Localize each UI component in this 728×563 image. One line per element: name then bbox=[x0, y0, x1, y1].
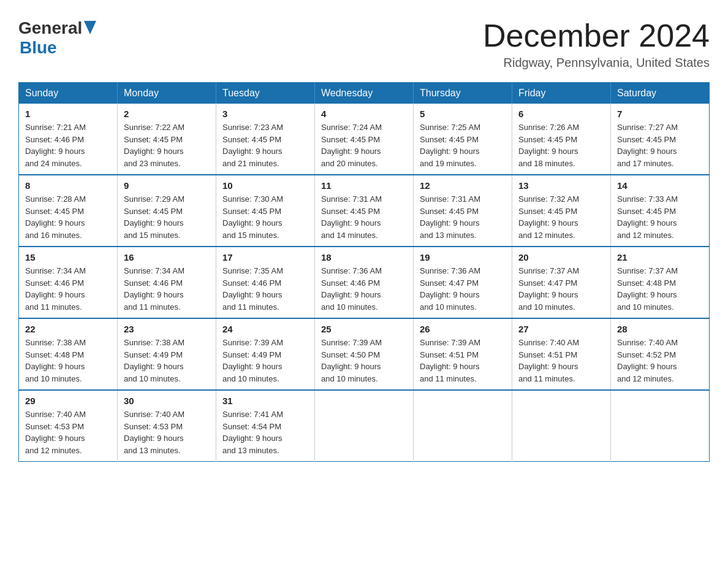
day-cell-13: 13Sunrise: 7:32 AMSunset: 4:45 PMDayligh… bbox=[512, 175, 611, 247]
day-cell-4: 4Sunrise: 7:24 AMSunset: 4:45 PMDaylight… bbox=[315, 104, 414, 175]
day-info: Sunrise: 7:23 AMSunset: 4:45 PMDaylight:… bbox=[222, 121, 308, 169]
weekday-header-wednesday: Wednesday bbox=[315, 83, 414, 104]
day-number: 2 bbox=[124, 109, 210, 119]
day-cell-7: 7Sunrise: 7:27 AMSunset: 4:45 PMDaylight… bbox=[611, 104, 710, 175]
weekday-header-sunday: Sunday bbox=[19, 83, 118, 104]
day-cell-21: 21Sunrise: 7:37 AMSunset: 4:48 PMDayligh… bbox=[611, 247, 710, 318]
page-header: General Blue December 2024 Ridgway, Penn… bbox=[18, 18, 710, 70]
week-row-5: 29Sunrise: 7:40 AMSunset: 4:53 PMDayligh… bbox=[19, 390, 710, 462]
day-info: Sunrise: 7:40 AMSunset: 4:53 PMDaylight:… bbox=[25, 408, 111, 456]
day-number: 19 bbox=[420, 252, 506, 262]
empty-cell bbox=[315, 390, 414, 462]
day-number: 7 bbox=[617, 109, 703, 119]
day-cell-10: 10Sunrise: 7:30 AMSunset: 4:45 PMDayligh… bbox=[216, 175, 315, 247]
logo-general-text: General bbox=[18, 18, 82, 38]
day-number: 10 bbox=[222, 180, 308, 191]
day-info: Sunrise: 7:21 AMSunset: 4:46 PMDaylight:… bbox=[25, 121, 111, 169]
day-number: 9 bbox=[124, 180, 210, 191]
day-number: 12 bbox=[420, 180, 506, 191]
day-info: Sunrise: 7:41 AMSunset: 4:54 PMDaylight:… bbox=[222, 408, 308, 456]
day-info: Sunrise: 7:27 AMSunset: 4:45 PMDaylight:… bbox=[617, 121, 703, 169]
weekday-header-thursday: Thursday bbox=[414, 83, 512, 104]
day-info: Sunrise: 7:36 AMSunset: 4:46 PMDaylight:… bbox=[321, 265, 407, 313]
day-cell-24: 24Sunrise: 7:39 AMSunset: 4:49 PMDayligh… bbox=[216, 318, 315, 390]
day-info: Sunrise: 7:36 AMSunset: 4:47 PMDaylight:… bbox=[420, 265, 506, 313]
day-info: Sunrise: 7:25 AMSunset: 4:45 PMDaylight:… bbox=[420, 121, 506, 169]
day-number: 20 bbox=[518, 252, 604, 262]
day-info: Sunrise: 7:33 AMSunset: 4:45 PMDaylight:… bbox=[617, 193, 703, 241]
day-number: 8 bbox=[25, 180, 111, 191]
day-number: 27 bbox=[518, 324, 604, 334]
svg-marker-0 bbox=[84, 21, 96, 34]
day-cell-22: 22Sunrise: 7:38 AMSunset: 4:48 PMDayligh… bbox=[19, 318, 118, 390]
day-cell-17: 17Sunrise: 7:35 AMSunset: 4:46 PMDayligh… bbox=[216, 247, 315, 318]
day-cell-5: 5Sunrise: 7:25 AMSunset: 4:45 PMDaylight… bbox=[414, 104, 512, 175]
day-info: Sunrise: 7:37 AMSunset: 4:47 PMDaylight:… bbox=[518, 265, 604, 313]
empty-cell bbox=[512, 390, 611, 462]
day-number: 24 bbox=[222, 324, 308, 334]
day-info: Sunrise: 7:32 AMSunset: 4:45 PMDaylight:… bbox=[518, 193, 604, 241]
location-subtitle: Ridgway, Pennsylvania, United States bbox=[483, 56, 710, 70]
weekday-header-monday: Monday bbox=[118, 83, 216, 104]
day-number: 16 bbox=[124, 252, 210, 262]
day-info: Sunrise: 7:31 AMSunset: 4:45 PMDaylight:… bbox=[321, 193, 407, 241]
day-number: 22 bbox=[25, 324, 111, 334]
weekday-header-row: SundayMondayTuesdayWednesdayThursdayFrid… bbox=[19, 83, 710, 104]
day-info: Sunrise: 7:30 AMSunset: 4:45 PMDaylight:… bbox=[222, 193, 308, 241]
logo-arrow-icon bbox=[84, 21, 96, 37]
empty-cell bbox=[414, 390, 512, 462]
day-number: 23 bbox=[124, 324, 210, 334]
day-cell-30: 30Sunrise: 7:40 AMSunset: 4:53 PMDayligh… bbox=[118, 390, 216, 462]
day-info: Sunrise: 7:40 AMSunset: 4:53 PMDaylight:… bbox=[124, 408, 210, 456]
day-info: Sunrise: 7:38 AMSunset: 4:48 PMDaylight:… bbox=[25, 337, 111, 385]
day-number: 3 bbox=[222, 109, 308, 119]
day-number: 21 bbox=[617, 252, 703, 262]
weekday-header-friday: Friday bbox=[512, 83, 611, 104]
week-row-4: 22Sunrise: 7:38 AMSunset: 4:48 PMDayligh… bbox=[19, 318, 710, 390]
day-number: 15 bbox=[25, 252, 111, 262]
day-number: 1 bbox=[25, 109, 111, 119]
day-number: 18 bbox=[321, 252, 407, 262]
weekday-header-tuesday: Tuesday bbox=[216, 83, 315, 104]
day-cell-9: 9Sunrise: 7:29 AMSunset: 4:45 PMDaylight… bbox=[118, 175, 216, 247]
day-cell-27: 27Sunrise: 7:40 AMSunset: 4:51 PMDayligh… bbox=[512, 318, 611, 390]
day-info: Sunrise: 7:39 AMSunset: 4:50 PMDaylight:… bbox=[321, 337, 407, 385]
day-cell-12: 12Sunrise: 7:31 AMSunset: 4:45 PMDayligh… bbox=[414, 175, 512, 247]
day-cell-11: 11Sunrise: 7:31 AMSunset: 4:45 PMDayligh… bbox=[315, 175, 414, 247]
week-row-2: 8Sunrise: 7:28 AMSunset: 4:45 PMDaylight… bbox=[19, 175, 710, 247]
day-info: Sunrise: 7:39 AMSunset: 4:51 PMDaylight:… bbox=[420, 337, 506, 385]
day-cell-25: 25Sunrise: 7:39 AMSunset: 4:50 PMDayligh… bbox=[315, 318, 414, 390]
day-cell-1: 1Sunrise: 7:21 AMSunset: 4:46 PMDaylight… bbox=[19, 104, 118, 175]
week-row-3: 15Sunrise: 7:34 AMSunset: 4:46 PMDayligh… bbox=[19, 247, 710, 318]
weekday-header-saturday: Saturday bbox=[611, 83, 710, 104]
day-number: 31 bbox=[222, 396, 308, 406]
day-info: Sunrise: 7:37 AMSunset: 4:48 PMDaylight:… bbox=[617, 265, 703, 313]
day-cell-19: 19Sunrise: 7:36 AMSunset: 4:47 PMDayligh… bbox=[414, 247, 512, 318]
day-number: 6 bbox=[518, 109, 604, 119]
logo-blue-text: Blue bbox=[20, 38, 57, 58]
day-cell-2: 2Sunrise: 7:22 AMSunset: 4:45 PMDaylight… bbox=[118, 104, 216, 175]
day-cell-8: 8Sunrise: 7:28 AMSunset: 4:45 PMDaylight… bbox=[19, 175, 118, 247]
day-number: 4 bbox=[321, 109, 407, 119]
day-number: 25 bbox=[321, 324, 407, 334]
day-info: Sunrise: 7:24 AMSunset: 4:45 PMDaylight:… bbox=[321, 121, 407, 169]
calendar-table: SundayMondayTuesdayWednesdayThursdayFrid… bbox=[18, 82, 710, 462]
day-cell-20: 20Sunrise: 7:37 AMSunset: 4:47 PMDayligh… bbox=[512, 247, 611, 318]
day-info: Sunrise: 7:40 AMSunset: 4:52 PMDaylight:… bbox=[617, 337, 703, 385]
day-number: 5 bbox=[420, 109, 506, 119]
day-info: Sunrise: 7:34 AMSunset: 4:46 PMDaylight:… bbox=[124, 265, 210, 313]
day-cell-14: 14Sunrise: 7:33 AMSunset: 4:45 PMDayligh… bbox=[611, 175, 710, 247]
day-info: Sunrise: 7:28 AMSunset: 4:45 PMDaylight:… bbox=[25, 193, 111, 241]
day-number: 17 bbox=[222, 252, 308, 262]
day-cell-16: 16Sunrise: 7:34 AMSunset: 4:46 PMDayligh… bbox=[118, 247, 216, 318]
logo: General Blue bbox=[18, 18, 96, 58]
day-info: Sunrise: 7:26 AMSunset: 4:45 PMDaylight:… bbox=[518, 121, 604, 169]
day-info: Sunrise: 7:22 AMSunset: 4:45 PMDaylight:… bbox=[124, 121, 210, 169]
day-info: Sunrise: 7:40 AMSunset: 4:51 PMDaylight:… bbox=[518, 337, 604, 385]
day-cell-26: 26Sunrise: 7:39 AMSunset: 4:51 PMDayligh… bbox=[414, 318, 512, 390]
day-cell-31: 31Sunrise: 7:41 AMSunset: 4:54 PMDayligh… bbox=[216, 390, 315, 462]
day-number: 29 bbox=[25, 396, 111, 406]
day-number: 30 bbox=[124, 396, 210, 406]
day-cell-23: 23Sunrise: 7:38 AMSunset: 4:49 PMDayligh… bbox=[118, 318, 216, 390]
day-cell-15: 15Sunrise: 7:34 AMSunset: 4:46 PMDayligh… bbox=[19, 247, 118, 318]
